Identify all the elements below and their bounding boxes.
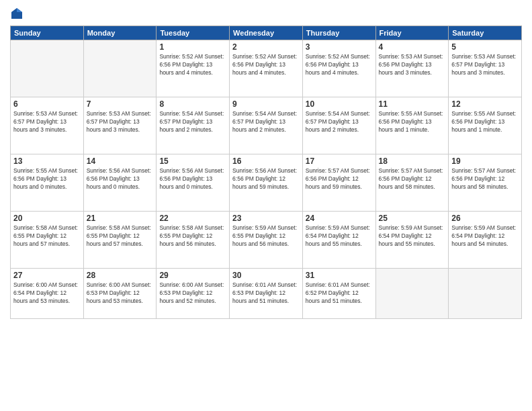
day-number: 13 bbox=[13, 156, 81, 166]
day-number: 10 bbox=[306, 99, 373, 109]
day-number: 11 bbox=[379, 99, 446, 109]
day-number: 21 bbox=[87, 214, 154, 223]
day-number: 16 bbox=[232, 156, 300, 166]
calendar-cell bbox=[83, 40, 157, 97]
day-info: Sunrise: 5:53 AM Sunset: 6:57 PM Dayligh… bbox=[13, 110, 81, 134]
calendar-cell: 24Sunrise: 5:59 AM Sunset: 6:54 PM Dayli… bbox=[302, 212, 375, 269]
page: SundayMondayTuesdayWednesdayThursdayFrid… bbox=[0, 0, 532, 411]
calendar-week-row: 13Sunrise: 5:55 AM Sunset: 6:56 PM Dayli… bbox=[11, 154, 522, 212]
weekday-header: Tuesday bbox=[157, 26, 230, 40]
day-info: Sunrise: 5:56 AM Sunset: 6:56 PM Dayligh… bbox=[87, 167, 154, 191]
day-info: Sunrise: 6:00 AM Sunset: 6:54 PM Dayligh… bbox=[13, 281, 81, 306]
day-number: 17 bbox=[306, 156, 373, 166]
day-number: 27 bbox=[13, 271, 81, 280]
calendar-cell: 9Sunrise: 5:54 AM Sunset: 6:57 PM Daylig… bbox=[230, 97, 303, 154]
calendar-cell: 17Sunrise: 5:57 AM Sunset: 6:56 PM Dayli… bbox=[302, 154, 375, 212]
calendar-cell: 30Sunrise: 6:01 AM Sunset: 6:53 PM Dayli… bbox=[230, 269, 303, 319]
day-number: 20 bbox=[13, 214, 81, 223]
day-info: Sunrise: 5:55 AM Sunset: 6:56 PM Dayligh… bbox=[379, 110, 446, 134]
day-number: 23 bbox=[232, 214, 300, 223]
calendar-cell: 7Sunrise: 5:53 AM Sunset: 6:57 PM Daylig… bbox=[83, 97, 157, 154]
calendar-cell: 12Sunrise: 5:55 AM Sunset: 6:56 PM Dayli… bbox=[449, 97, 522, 154]
day-info: Sunrise: 5:53 AM Sunset: 6:56 PM Dayligh… bbox=[379, 53, 446, 77]
day-number: 4 bbox=[379, 42, 446, 52]
calendar-cell: 15Sunrise: 5:56 AM Sunset: 6:56 PM Dayli… bbox=[157, 154, 230, 212]
calendar-cell: 3Sunrise: 5:52 AM Sunset: 6:56 PM Daylig… bbox=[302, 40, 375, 97]
calendar-week-row: 27Sunrise: 6:00 AM Sunset: 6:54 PM Dayli… bbox=[11, 269, 522, 319]
calendar-cell: 14Sunrise: 5:56 AM Sunset: 6:56 PM Dayli… bbox=[83, 154, 157, 212]
calendar-cell: 16Sunrise: 5:56 AM Sunset: 6:56 PM Dayli… bbox=[230, 154, 303, 212]
day-number: 14 bbox=[87, 156, 154, 166]
calendar-cell: 19Sunrise: 5:57 AM Sunset: 6:56 PM Dayli… bbox=[449, 154, 522, 212]
day-info: Sunrise: 5:59 AM Sunset: 6:54 PM Dayligh… bbox=[451, 224, 519, 248]
day-number: 30 bbox=[232, 271, 300, 280]
svg-marker-1 bbox=[17, 8, 22, 12]
day-number: 6 bbox=[13, 99, 81, 109]
day-info: Sunrise: 5:55 AM Sunset: 6:56 PM Dayligh… bbox=[13, 167, 81, 191]
day-number: 18 bbox=[379, 156, 446, 166]
calendar-cell: 23Sunrise: 5:59 AM Sunset: 6:55 PM Dayli… bbox=[230, 212, 303, 269]
calendar-cell: 10Sunrise: 5:54 AM Sunset: 6:57 PM Dayli… bbox=[302, 97, 375, 154]
calendar-cell: 25Sunrise: 5:59 AM Sunset: 6:54 PM Dayli… bbox=[375, 212, 449, 269]
weekday-header: Sunday bbox=[11, 26, 84, 40]
day-number: 8 bbox=[159, 99, 226, 109]
calendar-cell: 28Sunrise: 6:00 AM Sunset: 6:53 PM Dayli… bbox=[83, 269, 157, 319]
day-info: Sunrise: 5:57 AM Sunset: 6:56 PM Dayligh… bbox=[306, 167, 373, 191]
calendar-cell: 2Sunrise: 5:52 AM Sunset: 6:56 PM Daylig… bbox=[230, 40, 303, 97]
day-info: Sunrise: 6:01 AM Sunset: 6:52 PM Dayligh… bbox=[306, 281, 373, 306]
calendar-cell: 27Sunrise: 6:00 AM Sunset: 6:54 PM Dayli… bbox=[11, 269, 84, 319]
day-number: 9 bbox=[232, 99, 300, 109]
calendar-cell: 5Sunrise: 5:53 AM Sunset: 6:57 PM Daylig… bbox=[449, 40, 522, 97]
weekday-header: Monday bbox=[83, 26, 157, 40]
calendar-header-row: SundayMondayTuesdayWednesdayThursdayFrid… bbox=[11, 26, 522, 40]
day-info: Sunrise: 6:00 AM Sunset: 6:53 PM Dayligh… bbox=[159, 281, 226, 306]
day-number: 22 bbox=[159, 214, 226, 223]
day-info: Sunrise: 5:57 AM Sunset: 6:56 PM Dayligh… bbox=[451, 167, 519, 191]
day-number: 7 bbox=[87, 99, 154, 109]
day-info: Sunrise: 5:56 AM Sunset: 6:56 PM Dayligh… bbox=[232, 167, 300, 191]
day-number: 24 bbox=[306, 214, 373, 223]
calendar-cell: 21Sunrise: 5:58 AM Sunset: 6:55 PM Dayli… bbox=[83, 212, 157, 269]
day-info: Sunrise: 5:53 AM Sunset: 6:57 PM Dayligh… bbox=[87, 110, 154, 134]
calendar-table: SundayMondayTuesdayWednesdayThursdayFrid… bbox=[10, 26, 522, 319]
day-number: 31 bbox=[306, 271, 373, 280]
day-info: Sunrise: 5:59 AM Sunset: 6:54 PM Dayligh… bbox=[306, 224, 373, 248]
day-info: Sunrise: 5:59 AM Sunset: 6:55 PM Dayligh… bbox=[232, 224, 300, 248]
day-info: Sunrise: 5:57 AM Sunset: 6:56 PM Dayligh… bbox=[379, 167, 446, 191]
calendar-cell: 22Sunrise: 5:58 AM Sunset: 6:55 PM Dayli… bbox=[157, 212, 230, 269]
calendar-week-row: 6Sunrise: 5:53 AM Sunset: 6:57 PM Daylig… bbox=[11, 97, 522, 154]
day-info: Sunrise: 5:56 AM Sunset: 6:56 PM Dayligh… bbox=[159, 167, 226, 191]
header bbox=[10, 7, 522, 20]
day-info: Sunrise: 6:00 AM Sunset: 6:53 PM Dayligh… bbox=[87, 281, 154, 306]
day-number: 29 bbox=[159, 271, 226, 280]
calendar-week-row: 20Sunrise: 5:58 AM Sunset: 6:55 PM Dayli… bbox=[11, 212, 522, 269]
day-info: Sunrise: 5:54 AM Sunset: 6:57 PM Dayligh… bbox=[159, 110, 226, 134]
day-info: Sunrise: 5:55 AM Sunset: 6:56 PM Dayligh… bbox=[451, 110, 519, 134]
day-info: Sunrise: 5:52 AM Sunset: 6:56 PM Dayligh… bbox=[232, 53, 300, 77]
logo bbox=[10, 7, 26, 20]
day-number: 26 bbox=[451, 214, 519, 223]
day-info: Sunrise: 5:58 AM Sunset: 6:55 PM Dayligh… bbox=[13, 224, 81, 248]
weekday-header: Saturday bbox=[449, 26, 522, 40]
day-number: 19 bbox=[451, 156, 519, 166]
day-number: 5 bbox=[451, 42, 519, 52]
day-number: 15 bbox=[159, 156, 226, 166]
day-number: 28 bbox=[87, 271, 154, 280]
calendar-cell: 31Sunrise: 6:01 AM Sunset: 6:52 PM Dayli… bbox=[302, 269, 375, 319]
weekday-header: Thursday bbox=[302, 26, 375, 40]
day-info: Sunrise: 5:58 AM Sunset: 6:55 PM Dayligh… bbox=[87, 224, 154, 248]
day-info: Sunrise: 5:53 AM Sunset: 6:57 PM Dayligh… bbox=[451, 53, 519, 77]
calendar-cell: 4Sunrise: 5:53 AM Sunset: 6:56 PM Daylig… bbox=[375, 40, 449, 97]
day-number: 2 bbox=[232, 42, 300, 52]
day-info: Sunrise: 5:54 AM Sunset: 6:57 PM Dayligh… bbox=[232, 110, 300, 134]
calendar-cell: 26Sunrise: 5:59 AM Sunset: 6:54 PM Dayli… bbox=[449, 212, 522, 269]
day-info: Sunrise: 5:52 AM Sunset: 6:56 PM Dayligh… bbox=[159, 53, 226, 77]
day-number: 3 bbox=[306, 42, 373, 52]
weekday-header: Wednesday bbox=[230, 26, 303, 40]
calendar-cell: 1Sunrise: 5:52 AM Sunset: 6:56 PM Daylig… bbox=[157, 40, 230, 97]
day-info: Sunrise: 6:01 AM Sunset: 6:53 PM Dayligh… bbox=[232, 281, 300, 306]
day-number: 1 bbox=[159, 42, 226, 52]
calendar-cell: 6Sunrise: 5:53 AM Sunset: 6:57 PM Daylig… bbox=[11, 97, 84, 154]
day-number: 25 bbox=[379, 214, 446, 223]
calendar-cell: 20Sunrise: 5:58 AM Sunset: 6:55 PM Dayli… bbox=[11, 212, 84, 269]
